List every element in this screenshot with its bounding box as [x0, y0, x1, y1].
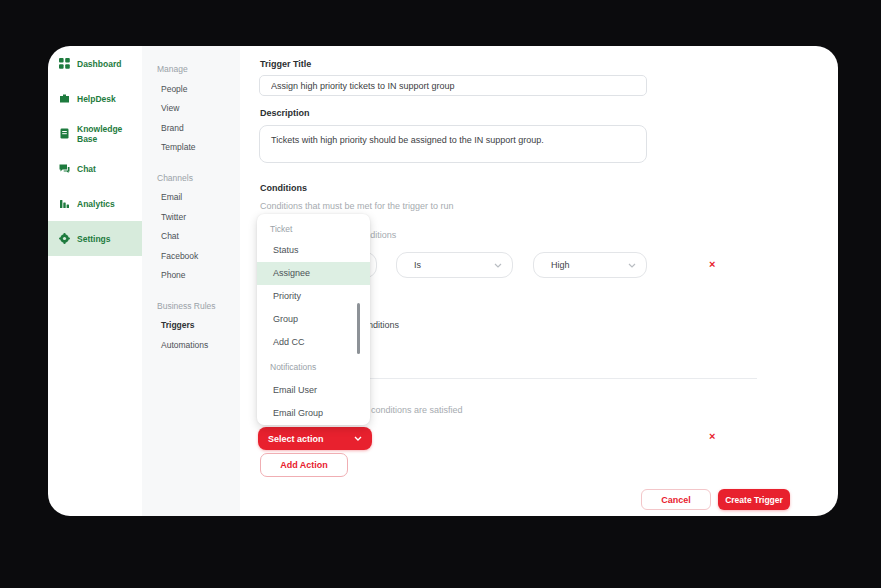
menu-item-email-user[interactable]: Email User	[257, 379, 370, 402]
select-action-button[interactable]: Select action	[258, 427, 372, 450]
menu-item-group[interactable]: Group	[257, 308, 370, 331]
sidebar-item-chat[interactable]: Chat	[48, 151, 142, 186]
sidebar-item-helpdesk[interactable]: HelpDesk	[48, 81, 142, 116]
menu-item-email-group[interactable]: Email Group	[257, 402, 370, 425]
sidebar-item-analytics[interactable]: Analytics	[48, 186, 142, 221]
description-textarea[interactable]: Tickets with high priority should be ass…	[259, 125, 647, 163]
nav-section-business-rules: Business Rules Triggers Automations	[157, 297, 240, 356]
cancel-button[interactable]: Cancel	[641, 489, 711, 510]
conditions-hint: Conditions that must be met for the trig…	[260, 201, 454, 211]
select-action-label: Select action	[268, 434, 324, 444]
description-label: Description	[260, 108, 310, 118]
trigger-title-label: Trigger Title	[260, 59, 311, 69]
trigger-title-input[interactable]	[259, 75, 647, 96]
remove-action-button[interactable]: ×	[709, 431, 715, 441]
sidebar-item-dashboard[interactable]: Dashboard	[48, 46, 142, 81]
nav-section-title: Business Rules	[157, 297, 240, 317]
nav-item-phone[interactable]: Phone	[157, 266, 240, 286]
chevron-down-icon	[354, 436, 362, 441]
helpdesk-icon	[59, 93, 70, 104]
sidebar-item-knowledge-base[interactable]: Knowledge Base	[48, 116, 142, 151]
sidebar-item-label: Knowledge Base	[77, 124, 142, 144]
condition-field-menu: Ticket Status Assignee Priority Group Ad…	[257, 214, 370, 425]
condition-operator-value: Is	[414, 260, 421, 270]
sidebar-item-label: Chat	[77, 164, 96, 174]
nav-item-twitter[interactable]: Twitter	[157, 208, 240, 228]
knowledge-base-icon	[59, 128, 70, 139]
gear-icon	[59, 233, 70, 244]
nav-section-title: Manage	[157, 60, 240, 80]
create-trigger-button[interactable]: Create Trigger	[718, 489, 790, 510]
nav-item-template[interactable]: Template	[157, 138, 240, 158]
chat-bubble-icon	[59, 163, 70, 174]
nav-item-automations[interactable]: Automations	[157, 336, 240, 356]
conditions-label: Conditions	[260, 183, 307, 193]
dashboard-grid-icon	[59, 58, 70, 69]
primary-sidebar: Dashboard HelpDesk Knowledge Base Chat	[48, 46, 142, 516]
app-window: Dashboard HelpDesk Knowledge Base Chat	[48, 46, 838, 516]
condition-value-value: High	[551, 260, 570, 270]
menu-group-ticket: Ticket	[257, 219, 370, 239]
trigger-editor: Trigger Title Description Tickets with h…	[240, 46, 838, 516]
menu-item-priority[interactable]: Priority	[257, 285, 370, 308]
menu-group-notifications: Notifications	[257, 356, 370, 379]
nav-item-chat[interactable]: Chat	[157, 227, 240, 247]
analytics-bars-icon	[59, 198, 70, 209]
nav-item-triggers[interactable]: Triggers	[157, 316, 240, 336]
sidebar-item-label: HelpDesk	[77, 94, 116, 104]
sidebar-item-label: Settings	[77, 234, 111, 244]
settings-subnav: Manage People View Brand Template Channe…	[142, 46, 240, 516]
nav-item-brand[interactable]: Brand	[157, 119, 240, 139]
condition-value-select[interactable]: High	[533, 252, 647, 278]
menu-item-add-cc[interactable]: Add CC	[257, 331, 370, 354]
sidebar-item-label: Analytics	[77, 199, 115, 209]
remove-condition-button[interactable]: ×	[709, 259, 715, 269]
chevron-down-icon	[628, 263, 636, 268]
sidebar-item-label: Dashboard	[77, 59, 121, 69]
sidebar-item-settings[interactable]: Settings	[48, 221, 142, 256]
menu-item-assignee[interactable]: Assignee	[257, 262, 370, 285]
chevron-down-icon	[494, 263, 502, 268]
nav-item-email[interactable]: Email	[157, 188, 240, 208]
menu-item-status[interactable]: Status	[257, 239, 370, 262]
add-action-button[interactable]: Add Action	[260, 453, 348, 477]
nav-item-view[interactable]: View	[157, 99, 240, 119]
nav-item-people[interactable]: People	[157, 80, 240, 100]
nav-item-facebook[interactable]: Facebook	[157, 247, 240, 267]
menu-scrollbar[interactable]	[357, 303, 360, 354]
nav-section-manage: Manage People View Brand Template	[157, 60, 240, 158]
nav-section-channels: Channels Email Twitter Chat Facebook Pho…	[157, 169, 240, 286]
condition-operator-select[interactable]: Is	[396, 252, 513, 278]
nav-section-title: Channels	[157, 169, 240, 189]
